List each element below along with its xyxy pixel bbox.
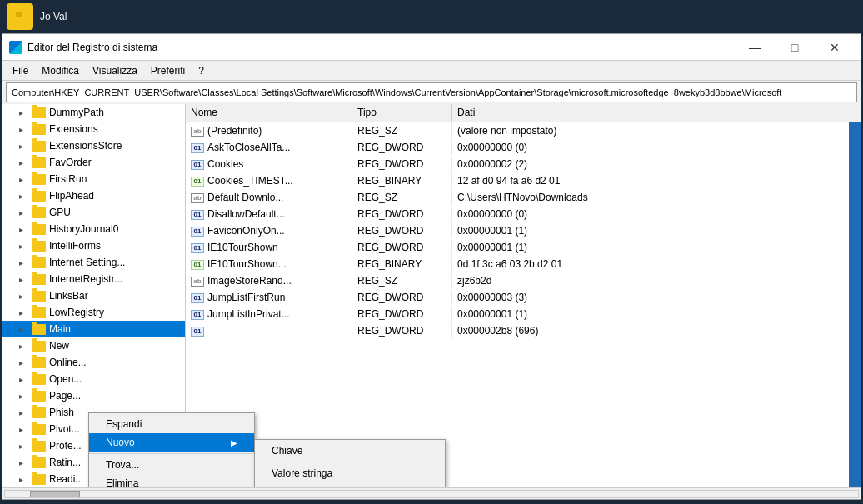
tree-arrow-icon: ▸ bbox=[19, 292, 29, 301]
tree-item[interactable]: ▸FavOrder bbox=[2, 154, 185, 171]
tree-item-label: Pivot... bbox=[49, 423, 80, 435]
tree-item-label: GPU bbox=[49, 207, 71, 218]
tree-item-label: HistoryJournal0 bbox=[49, 223, 118, 235]
tree-arrow-icon: ▸ bbox=[19, 342, 29, 351]
reg-name-text: JumpListFirstRun bbox=[207, 292, 285, 303]
tree-item-label: Online... bbox=[49, 357, 87, 368]
bottom-scrollbar[interactable] bbox=[2, 487, 861, 499]
value-type-icon: 01 bbox=[191, 243, 204, 253]
menu-preferiti[interactable]: Preferiti bbox=[144, 63, 192, 78]
submenu-item-new-key[interactable]: Chiave bbox=[255, 442, 445, 460]
tree-item[interactable]: ▸ExtensionsStore bbox=[2, 137, 185, 154]
tree-item[interactable]: ▸LowRegistry bbox=[2, 304, 185, 321]
tree-item-label: ExtensionsStore bbox=[49, 140, 122, 152]
address-bar[interactable]: Computer\HKEY_CURRENT_USER\Software\Clas… bbox=[6, 82, 857, 102]
tree-arrow-icon: ▸ bbox=[19, 458, 29, 467]
registry-row[interactable]: ab(Predefinito)REG_SZ(valore non imposta… bbox=[186, 122, 861, 139]
tree-item-label: New bbox=[49, 340, 69, 352]
context-menu-item-new[interactable]: Nuovo▶ bbox=[89, 433, 254, 452]
submenu-item-new-string[interactable]: Valore stringa bbox=[255, 464, 445, 482]
folder-icon bbox=[32, 474, 46, 485]
folder-icon bbox=[32, 341, 46, 352]
tree-item[interactable]: ▸FlipAhead bbox=[2, 187, 185, 204]
reg-cell-type: REG_SZ bbox=[352, 190, 452, 205]
registry-row[interactable]: 01REG_DWORD0x000002b8 (696) bbox=[186, 322, 861, 339]
reg-cell-name: abImageStoreRand... bbox=[186, 273, 352, 288]
tree-item[interactable]: ▸LinksBar bbox=[2, 287, 185, 304]
tree-item[interactable]: ▸Main bbox=[2, 321, 185, 337]
tree-item[interactable]: ▸Page... bbox=[2, 387, 185, 404]
col-header-name: Nome bbox=[186, 104, 352, 122]
folder-icon bbox=[32, 307, 46, 318]
menu-file[interactable]: File bbox=[6, 63, 35, 78]
col-header-type: Tipo bbox=[352, 104, 452, 122]
reg-cell-data: 0d 1f 3c a6 03 2b d2 01 bbox=[452, 257, 861, 272]
tree-item[interactable]: ▸FirstRun bbox=[2, 171, 185, 187]
tree-item-label: Page... bbox=[49, 390, 81, 402]
registry-row[interactable]: 01IE10TourShown...REG_BINARY0d 1f 3c a6 … bbox=[186, 256, 861, 272]
menu-modifica[interactable]: Modifica bbox=[35, 63, 86, 78]
context-menu-item-expand[interactable]: Espandi bbox=[89, 415, 254, 433]
tree-arrow-icon: ▸ bbox=[19, 125, 29, 134]
folder-icon bbox=[32, 274, 46, 285]
tree-arrow-icon: ▸ bbox=[19, 408, 29, 417]
tree-arrow-icon: ▸ bbox=[19, 442, 29, 451]
context-menu-item-find[interactable]: Trova... bbox=[89, 456, 254, 474]
folder-icon bbox=[32, 157, 46, 168]
context-menu-label: Trova... bbox=[106, 459, 139, 471]
registry-row[interactable]: 01AskToCloseAllTa...REG_DWORD0x00000000 … bbox=[186, 139, 861, 156]
maximize-button[interactable]: □ bbox=[776, 34, 814, 61]
horizontal-scroll-track[interactable] bbox=[4, 490, 859, 498]
folder-icon bbox=[32, 407, 46, 418]
context-menu-item-delete[interactable]: Elimina bbox=[89, 474, 254, 487]
horizontal-scroll-thumb[interactable] bbox=[30, 491, 80, 497]
value-type-icon: 01 bbox=[191, 177, 204, 187]
tree-item[interactable]: ▸Online... bbox=[2, 354, 185, 371]
reg-cell-name: 01JumpListFirstRun bbox=[186, 290, 352, 305]
reg-cell-name: 01DisallowDefault... bbox=[186, 207, 352, 222]
folder-icon bbox=[32, 241, 46, 252]
registry-row[interactable]: 01CookiesREG_DWORD0x00000002 (2) bbox=[186, 156, 861, 172]
folder-icon bbox=[32, 424, 46, 435]
tree-item[interactable]: ▸New bbox=[2, 337, 185, 354]
tree-item[interactable]: ▸HistoryJournal0 bbox=[2, 221, 185, 237]
registry-row[interactable]: 01JumpListInPrivat...REG_DWORD0x00000001… bbox=[186, 306, 861, 322]
tree-item-label: Internet Setting... bbox=[49, 257, 125, 268]
right-scrollbar[interactable] bbox=[849, 104, 861, 487]
tree-item[interactable]: ▸IntelliForms bbox=[2, 237, 185, 254]
menu-visualizza[interactable]: Visualizza bbox=[86, 63, 144, 78]
tree-item[interactable]: ▸GPU bbox=[2, 204, 185, 221]
tree-arrow-icon: ▸ bbox=[19, 158, 29, 167]
registry-row[interactable]: abDefault Downlo...REG_SZC:\Users\HTNovo… bbox=[186, 189, 861, 206]
reg-cell-type: REG_DWORD bbox=[352, 290, 452, 305]
tree-item[interactable]: ▸Extensions bbox=[2, 121, 185, 137]
tree-item[interactable]: ▸Open... bbox=[2, 371, 185, 387]
registry-row[interactable]: abImageStoreRand...REG_SZzjz6b2d bbox=[186, 272, 861, 289]
reg-cell-name: 01IE10TourShown bbox=[186, 240, 352, 255]
context-menu-label: Espandi bbox=[106, 418, 142, 430]
taskbar-app-icon[interactable] bbox=[7, 3, 33, 30]
tree-arrow-icon: ▸ bbox=[19, 375, 29, 384]
registry-row[interactable]: 01DisallowDefault...REG_DWORD0x00000000 … bbox=[186, 206, 861, 222]
tree-arrow-icon: ▸ bbox=[19, 108, 29, 117]
tree-item[interactable]: ▸DummyPath bbox=[2, 104, 185, 121]
folder-icon bbox=[32, 124, 46, 135]
menu-help[interactable]: ? bbox=[192, 63, 211, 78]
registry-values-panel: Nome Tipo Dati ab(Predefinito)REG_SZ(val… bbox=[186, 104, 861, 487]
reg-name-text: ImageStoreRand... bbox=[207, 275, 292, 287]
registry-row[interactable]: 01IE10TourShownREG_DWORD0x00000001 (1) bbox=[186, 239, 861, 256]
submenu-item-new-binary[interactable]: Valore binario bbox=[255, 482, 445, 487]
registry-row[interactable]: 01Cookies_TIMEST...REG_BINARY12 af d0 94… bbox=[186, 172, 861, 189]
tree-item[interactable]: ▸InternetRegistr... bbox=[2, 271, 185, 287]
tree-item[interactable]: ▸Internet Setting... bbox=[2, 254, 185, 271]
registry-row[interactable]: 01FaviconOnlyOn...REG_DWORD0x00000001 (1… bbox=[186, 222, 861, 239]
window-controls: — □ ✕ bbox=[736, 34, 854, 61]
registry-row[interactable]: 01JumpListFirstRunREG_DWORD0x00000003 (3… bbox=[186, 289, 861, 306]
reg-cell-type: REG_DWORD bbox=[352, 140, 452, 155]
close-button[interactable]: ✕ bbox=[816, 34, 854, 61]
window-icon bbox=[9, 41, 22, 54]
minimize-button[interactable]: — bbox=[736, 34, 774, 61]
folder-icon bbox=[32, 224, 46, 235]
reg-cell-type: REG_SZ bbox=[352, 273, 452, 288]
tree-arrow-icon: ▸ bbox=[19, 208, 29, 217]
